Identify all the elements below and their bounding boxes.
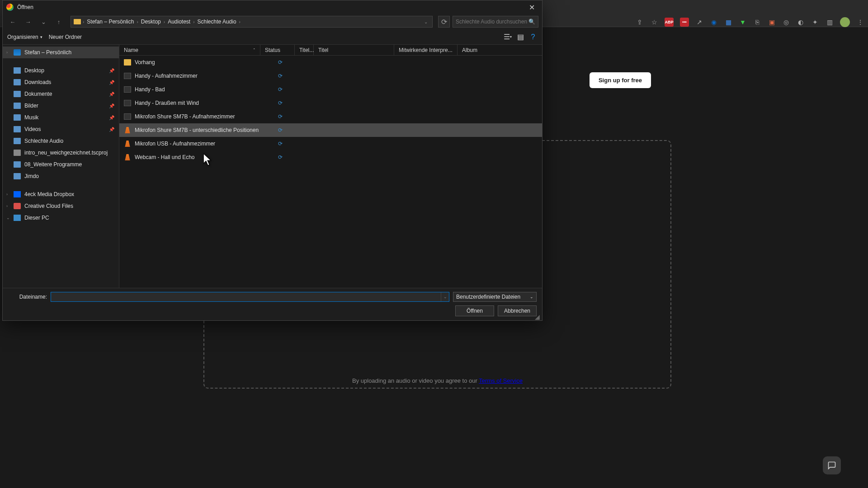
folder-icon — [14, 103, 21, 109]
breadcrumb-separator: › — [193, 19, 194, 24]
chat-widget-button[interactable] — [823, 456, 841, 474]
extension-icon[interactable]: ▦ — [724, 18, 732, 26]
dialog-close-button[interactable]: ✕ — [522, 0, 542, 14]
cc-icon — [14, 203, 21, 209]
column-header-name[interactable]: Name˄ — [119, 45, 260, 55]
file-row[interactable]: Mikrofon USB - Aufnahmezimmer⟳ — [119, 137, 542, 150]
column-header-album[interactable]: Album — [458, 45, 542, 55]
sync-icon: ⟳ — [278, 86, 283, 93]
file-row[interactable]: Webcam - Hall und Echo⟳ — [119, 150, 542, 164]
expander-icon[interactable]: › — [6, 192, 8, 197]
sidebar-item[interactable]: Jimdo — [3, 170, 119, 182]
file-row[interactable]: Handy - Bad⟳ — [119, 83, 542, 96]
breadcrumb-segment[interactable]: Audiotest — [167, 19, 191, 25]
column-header-title[interactable]: Titel — [314, 45, 394, 55]
sync-icon: ⟳ — [278, 141, 283, 147]
cancel-button[interactable]: Abbrechen — [498, 305, 537, 316]
profile-avatar[interactable] — [840, 17, 850, 27]
expander-icon[interactable]: › — [6, 50, 8, 55]
file-row[interactable]: Mikrofon Shure SM7B - Aufnahmezimmer⟳ — [119, 110, 542, 123]
new-folder-button[interactable]: Neuer Ordner — [49, 34, 82, 40]
dialog-titlebar: Öffnen ✕ — [3, 0, 542, 14]
breadcrumb-separator: › — [83, 19, 84, 24]
sidebar-item-label: Schlechte Audio — [24, 138, 63, 144]
file-row[interactable]: Mikrofon Shure SM7B - unterschiedliche P… — [119, 123, 542, 137]
onedrive-icon — [14, 49, 21, 56]
share-icon[interactable]: ⇪ — [636, 18, 644, 26]
lastpass-extension-icon[interactable]: ••• — [680, 18, 689, 27]
nav-forward-button[interactable]: → — [22, 15, 34, 28]
chrome-menu-icon[interactable]: ⋮ — [856, 18, 864, 26]
sidepanel-icon[interactable]: ▥ — [826, 18, 834, 26]
breadcrumb-bar[interactable]: › Stefan – Persönlich › Desktop › Audiot… — [71, 16, 433, 28]
nav-up-button[interactable]: ↑ — [52, 15, 65, 28]
column-header-trackno[interactable]: Titel... — [295, 45, 314, 55]
filename-label: Dateiname: — [8, 294, 47, 300]
extension-icon[interactable]: ▼ — [739, 18, 747, 26]
sidebar-item[interactable]: Downloads📌 — [3, 76, 119, 88]
sync-icon: ⟳ — [278, 59, 283, 66]
sidebar-item[interactable]: ›Stefan – Persönlich — [3, 47, 119, 58]
filename-dropdown-icon[interactable]: ⌄ — [441, 292, 449, 301]
abp-extension-icon[interactable]: ABP — [665, 18, 674, 27]
search-input[interactable] — [456, 19, 528, 25]
audio-icon — [124, 86, 131, 93]
nav-recent-button[interactable]: ⌄ — [37, 15, 50, 28]
sidebar-item[interactable]: Schlechte Audio — [3, 135, 119, 147]
preview-pane-button[interactable]: ▤ — [516, 33, 525, 42]
pin-icon: 📌 — [109, 115, 114, 120]
sidebar-item[interactable]: ›4eck Media Dropbox — [3, 188, 119, 200]
file-row[interactable]: Vorhang⟳ — [119, 56, 542, 69]
pin-icon: 📌 — [109, 80, 114, 85]
file-row[interactable]: Handy - Aufnahmezimmer⟳ — [119, 69, 542, 83]
expander-icon[interactable]: ⌄ — [6, 216, 10, 220]
resize-grip[interactable]: ◢ — [535, 313, 541, 319]
file-name-label: Vorhang — [135, 59, 155, 66]
sidebar-item[interactable]: Desktop📌 — [3, 65, 119, 76]
browser-extension-row: ⇪ ☆ ABP ••• ↗ ◉ ▦ ▼ ⎘ ▣ ◎ ◐ ✦ ▥ ⋮ — [636, 17, 864, 27]
extension-icon[interactable]: ⎘ — [753, 18, 761, 26]
filename-input[interactable] — [51, 292, 441, 301]
extensions-puzzle-icon[interactable]: ✦ — [811, 18, 819, 26]
column-header-status[interactable]: Status — [260, 45, 295, 55]
breadcrumb-segment[interactable]: Schlechte Audio — [197, 19, 237, 25]
folder-icon — [14, 173, 21, 179]
extension-icon[interactable]: ◐ — [797, 18, 805, 26]
help-button[interactable]: ? — [528, 33, 538, 42]
dialog-navbar: ← → ⌄ ↑ › Stefan – Persönlich › Desktop … — [3, 14, 542, 29]
sidebar-item[interactable]: Videos📌 — [3, 123, 119, 135]
column-header-artists[interactable]: Mitwirkende Interpre... — [394, 45, 458, 55]
bookmark-star-icon[interactable]: ☆ — [650, 18, 658, 26]
open-button[interactable]: Öffnen — [455, 305, 494, 316]
file-row[interactable]: Handy - Draußen mit Wind⟳ — [119, 96, 542, 110]
sidebar-item[interactable]: ›Creative Cloud Files — [3, 200, 119, 212]
filename-input-wrap[interactable]: ⌄ — [51, 292, 449, 302]
organize-button[interactable]: Organisieren ▾ — [7, 34, 42, 40]
pin-icon: 📌 — [109, 103, 114, 108]
expander-icon[interactable]: › — [6, 204, 8, 208]
filetype-select[interactable]: Benutzerdefinierte Dateien⌄ — [453, 292, 537, 302]
sidebar-item[interactable]: Bilder📌 — [3, 100, 119, 112]
breadcrumb-segment[interactable]: Stefan – Persönlich — [86, 19, 135, 25]
sidebar-item[interactable]: Dokumente📌 — [3, 88, 119, 100]
breadcrumb-segment[interactable]: Desktop — [140, 19, 162, 25]
audio-icon — [124, 100, 131, 106]
view-mode-button[interactable]: ☰ ▾ — [503, 33, 512, 42]
refresh-button[interactable]: ⟳ — [438, 16, 450, 28]
terms-link[interactable]: Terms of Service — [479, 377, 523, 384]
sidebar-item-label: intro_neu_weichgezeichnet.tscproj — [24, 150, 108, 156]
extension-icon[interactable]: ◎ — [782, 18, 790, 26]
sidebar-item[interactable]: intro_neu_weichgezeichnet.tscproj — [3, 147, 119, 159]
extension-icon[interactable]: ◉ — [710, 18, 718, 26]
search-box[interactable]: 🔍 — [453, 16, 538, 28]
breadcrumb-dropdown-icon[interactable]: ⌄ — [422, 19, 429, 24]
extension-icon[interactable]: ↗ — [695, 18, 703, 26]
signup-button[interactable]: Sign up for free — [590, 72, 651, 88]
extension-icon[interactable]: ▣ — [768, 18, 776, 26]
sidebar-item[interactable]: 08_Weitere Programme — [3, 159, 119, 170]
sidebar-item[interactable]: Musik📌 — [3, 112, 119, 123]
pc-icon — [14, 215, 21, 221]
sidebar-item-label: Jimdo — [24, 173, 39, 179]
nav-back-button[interactable]: ← — [6, 15, 19, 28]
sidebar-item[interactable]: ⌄Dieser PC — [3, 212, 119, 224]
